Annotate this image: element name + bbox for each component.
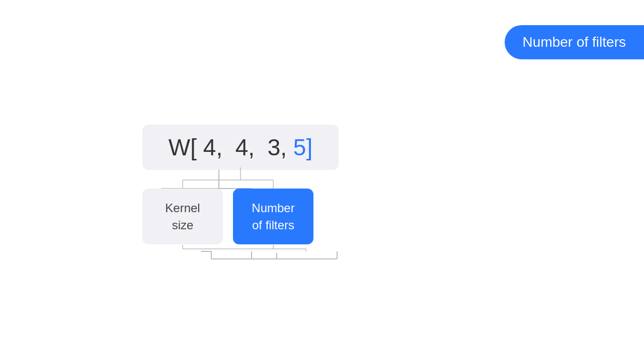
weight-highlight: 5]	[293, 134, 312, 160]
kernel-size-box: Kernelsize	[142, 189, 223, 244]
kernel-label: Kernelsize	[165, 201, 200, 232]
weight-box: W[ 4, 4, 3, 5]	[142, 125, 339, 170]
weight-expression: W[ 4, 4, 3,	[169, 134, 293, 160]
badge-label: Number of filters	[523, 34, 626, 50]
filters-box: Numberof filters	[233, 189, 313, 244]
number-of-filters-badge: Number of filters	[505, 25, 644, 59]
filters-label: Numberof filters	[252, 201, 294, 232]
